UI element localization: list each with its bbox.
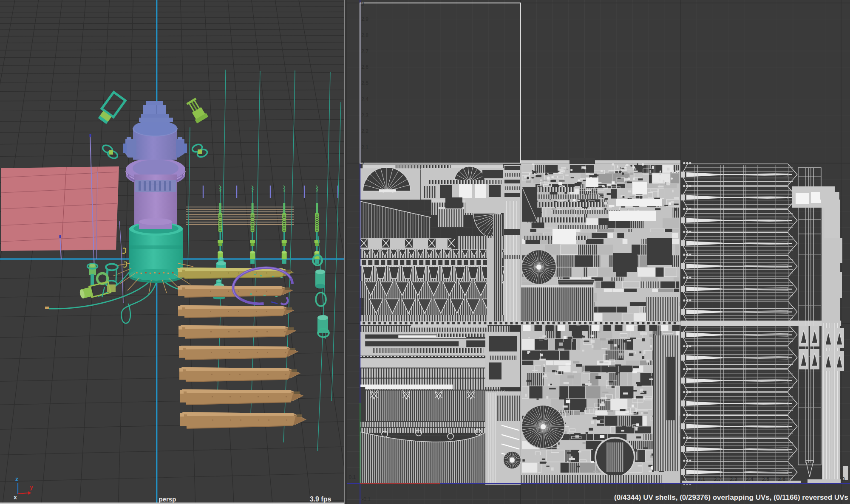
svg-text:2.5: 2.5	[361, 80, 368, 86]
svg-text:2.7: 2.7	[361, 48, 368, 54]
svg-text:y: y	[30, 484, 33, 490]
svg-text:(0/4344) UV shells, (0/29376): (0/4344) UV shells, (0/29376) overlappin…	[614, 493, 848, 501]
svg-text:z: z	[15, 476, 18, 482]
svg-text:2.9: 2.9	[361, 16, 368, 22]
svg-text:2.6: 2.6	[778, 476, 785, 482]
svg-text:3: 3	[361, 1, 364, 7]
svg-text:2.1: 2.1	[361, 144, 368, 150]
svg-text:2.3: 2.3	[730, 476, 737, 482]
svg-text:x: x	[14, 494, 17, 501]
svg-text:persp: persp	[159, 496, 176, 503]
svg-text:-0.1: -0.1	[362, 496, 371, 502]
svg-text:2.4: 2.4	[361, 96, 368, 102]
svg-text:2.5: 2.5	[762, 476, 770, 482]
svg-text:3.9 fps: 3.9 fps	[310, 496, 332, 503]
svg-text:2.4: 2.4	[746, 476, 754, 482]
svg-text:2.2: 2.2	[361, 128, 368, 134]
svg-text:3: 3	[842, 476, 845, 482]
svg-text:0.1: 0.1	[349, 474, 356, 480]
svg-text:2.1: 2.1	[698, 476, 706, 482]
svg-text:2.3: 2.3	[361, 113, 368, 118]
svg-text:2.2: 2.2	[714, 476, 721, 482]
svg-text:2.6: 2.6	[361, 64, 368, 70]
svg-text:2: 2	[361, 160, 364, 166]
svg-text:2.8: 2.8	[361, 32, 368, 38]
